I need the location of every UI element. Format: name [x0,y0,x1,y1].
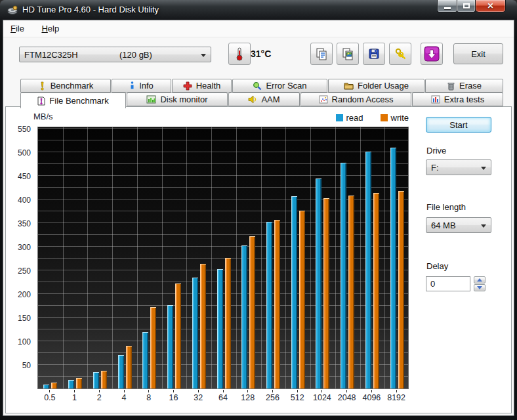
client-area: File Help FTM12C325H (120 gB) 31°C [3,20,514,416]
y-tick-label: 500 [6,148,31,158]
bar-write [274,220,280,388]
toolbar: FTM12C325H (120 gB) 31°C [3,38,514,79]
y-tick-label: 300 [6,243,31,252]
x-tick-label: 64 [210,393,236,402]
extra-tests-icon [431,95,440,104]
x-tick-label: 4096 [358,393,384,402]
keys-icon [394,47,407,60]
title-bar: HD Tune Pro 4.60 - Hard Disk Utility ✕ [0,0,517,20]
x-tick-label: 32 [185,393,211,402]
tab-erase[interactable]: Erase [425,79,503,93]
tab-erase-label: Erase [459,81,482,91]
x-tick [346,390,347,392]
chevron-down-icon [481,224,486,228]
bar-write [225,258,231,388]
x-tick-label: 1024 [309,393,335,402]
y-tick-label: 350 [6,219,31,228]
x-tick [173,390,174,392]
tab-random-access-label: Random Access [332,94,394,104]
tab-benchmark[interactable]: Benchmark [20,79,111,93]
bar-write [150,307,156,388]
maximize-icon [463,3,470,9]
start-button[interactable]: Start [426,117,491,133]
file-length-value: 64 MB [431,220,456,230]
menu-bar: File Help [3,20,514,37]
copy-screenshot-button[interactable] [337,43,359,65]
drive-model-select[interactable]: FTM12C325H (120 gB) [19,47,211,62]
legend-label: write [391,113,409,123]
delay-spinner [474,276,486,291]
menu-help[interactable]: Help [34,20,66,37]
tab-health[interactable]: Health [172,79,232,93]
file-benchmark-icon [37,96,45,106]
gridline-h [38,187,408,188]
download-arrow-icon [424,46,440,62]
gridline-h [38,128,408,129]
bar-read [93,372,99,388]
gridline-v [335,127,336,388]
x-axis-labels: 0.512481632641282565121024204840968192 [37,390,409,406]
file-length-select[interactable]: 64 MB [426,217,491,233]
tab-error-scan[interactable]: Error Scan [232,79,327,93]
window-title: HD Tune Pro 4.60 - Hard Disk Utility [22,5,159,14]
spinner-down-button[interactable] [474,284,486,291]
x-tick-label: 2 [86,393,112,402]
exit-button[interactable]: Exit [453,43,503,64]
delay-input[interactable] [426,276,470,291]
bar-write [299,211,305,388]
tab-folder-usage-label: Folder Usage [358,81,409,91]
bar-read [142,332,148,388]
tab-random-access[interactable]: Random Access [300,93,411,106]
minimize-button[interactable] [437,0,457,12]
bar-read [266,222,272,388]
x-tick-label: 256 [259,393,285,402]
drive-select[interactable]: F: [426,159,491,175]
close-icon: ✕ [487,1,493,10]
y-axis-title: MB/s [33,112,53,121]
tab-disk-monitor-label: Disk monitor [160,94,207,104]
copy-text-icon [315,47,328,60]
gridline-v [162,127,163,388]
bar-read [316,178,321,388]
tab-file-benchmark[interactable]: File Benchmark [20,93,126,108]
bar-read [118,355,124,388]
y-tick-label: 450 [6,172,31,181]
tab-extra-tests-label: Extra tests [444,94,484,104]
bar-write [249,236,255,388]
gridline-v [261,127,262,388]
y-tick-label: 550 [6,125,31,134]
tab-info[interactable]: Info [112,79,171,93]
copy-text-button[interactable] [310,43,333,65]
bar-read [365,152,371,388]
close-button[interactable]: ✕ [476,0,506,12]
y-tick-label: 400 [6,196,31,205]
options-button[interactable] [389,43,411,65]
tab-extra-tests[interactable]: Extra tests [412,93,503,106]
tab-error-scan-label: Error Scan [266,81,306,91]
menu-file[interactable]: File [3,20,31,37]
tab-disk-monitor[interactable]: Disk monitor [127,93,228,106]
tab-aam[interactable]: AAM [228,93,300,106]
spinner-up-button[interactable] [474,276,486,284]
gridline-v [186,127,187,388]
bar-write [51,383,57,388]
update-button[interactable] [421,43,443,65]
tab-folder-usage[interactable]: Folder Usage [328,79,424,93]
copy-screenshot-icon [341,47,354,60]
bar-read [192,278,198,388]
bar-read [43,385,49,388]
chart-plot [37,127,409,389]
chart-legend: readwrite [235,113,409,123]
bar-write [200,264,206,388]
gridline-v [137,127,138,388]
gridline-v [211,127,212,388]
maximize-button[interactable] [457,0,476,12]
gridline-h [38,152,408,152]
gridline-v [310,127,311,388]
save-button[interactable] [363,43,385,65]
y-tick-label: 200 [6,290,31,299]
bar-write [101,371,107,388]
x-tick [297,390,298,392]
temperature-button[interactable] [228,43,251,65]
bar-write [348,196,354,388]
